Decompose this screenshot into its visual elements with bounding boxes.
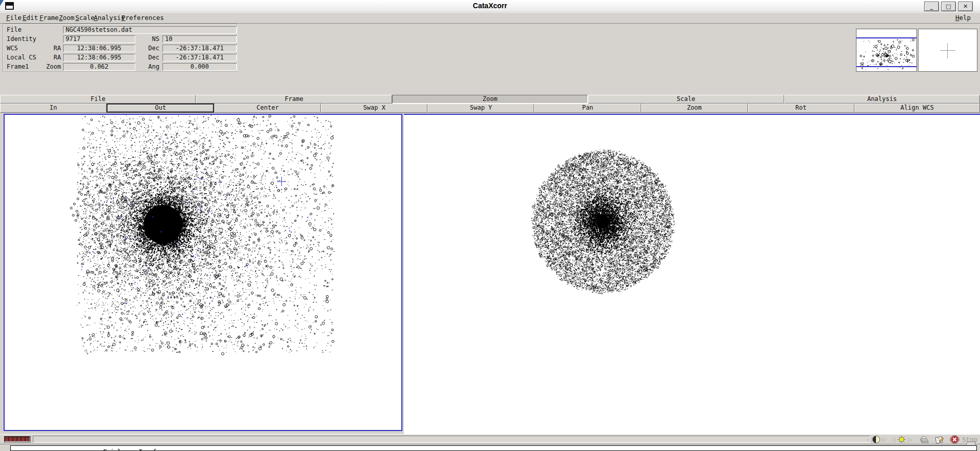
localcs-ra-field[interactable]: 12:38:06.995 <box>63 54 135 61</box>
info-row-wcs: WCS RA 12:38:06.995 Dec -26:37:18.471 <box>4 45 236 53</box>
brightness-icon[interactable] <box>897 435 906 444</box>
left-starfield-canvas <box>5 115 401 430</box>
tab-analysis[interactable]: Analysis <box>784 95 980 104</box>
button-center[interactable]: Center <box>214 104 321 113</box>
menu-scale[interactable]: Scale <box>75 14 95 22</box>
brightness-prev-icon[interactable]: ◁ <box>891 436 895 443</box>
progress-fill <box>5 437 30 441</box>
contrast-prev-icon[interactable]: ◁ <box>867 436 871 443</box>
maximize-button[interactable]: □ <box>941 2 956 11</box>
bottom-partial-window: File Info <box>10 445 977 451</box>
printer-icon[interactable] <box>918 436 929 444</box>
minimize-icon: _ <box>930 4 933 9</box>
identity-field[interactable]: 9717 <box>63 35 135 43</box>
window-title: CataXcorr <box>0 2 980 10</box>
info-row-identity: Identity 9717 NS 10 <box>4 35 236 44</box>
menu-help[interactable]: Help <box>955 14 971 22</box>
tab-frame[interactable]: Frame <box>196 95 392 104</box>
menu-edit[interactable]: Edit <box>23 14 38 22</box>
frame1-ang-label: Ang <box>140 63 159 71</box>
info-row-file: File NGC4590stetson.dat <box>4 26 236 34</box>
catalog-view-left[interactable] <box>4 114 402 431</box>
button-swap-y[interactable]: Swap Y <box>427 104 534 113</box>
ns-label: NS <box>140 35 159 43</box>
crosshair-icon <box>947 43 948 58</box>
status-message-field <box>33 436 870 443</box>
zoom-toolbar: In Out Center Swap X Swap Y Pan Zoom Rot… <box>0 104 980 113</box>
brightness-next-icon[interactable]: ▷ <box>908 436 912 443</box>
viewport-indicator-bottom <box>856 66 916 67</box>
tab-zoom[interactable]: Zoom <box>392 95 588 104</box>
info-row-frame1: Frame1 Zoom 0.062 Ang 0.000 <box>4 63 236 71</box>
overview-starfield-canvas <box>856 29 916 71</box>
menu-bar: File Edit Frame Zoom Scale Analysis Pref… <box>0 12 980 24</box>
menu-zoom[interactable]: Zoom <box>59 14 74 22</box>
wcs-dec-field[interactable]: -26:37:18.471 <box>162 45 237 52</box>
menu-analysis[interactable]: Analysis <box>94 14 125 22</box>
menu-preferences[interactable]: Preferences <box>121 14 164 22</box>
right-starfield-canvas <box>404 115 980 434</box>
tab-scale[interactable]: Scale <box>588 95 784 104</box>
title-bar: CataXcorr _ □ ✕ <box>0 0 980 12</box>
menu-frame[interactable]: Frame <box>39 14 59 22</box>
identity-label: Identity <box>7 35 36 43</box>
stop-icon[interactable] <box>950 435 959 444</box>
button-zoom[interactable]: Zoom <box>641 104 748 113</box>
window-controls: _ □ ✕ <box>924 2 973 11</box>
file-label: File <box>7 26 22 34</box>
bottom-partial-text: File Info <box>103 448 167 451</box>
empty-thumbnail[interactable] <box>918 29 977 72</box>
button-pan[interactable]: Pan <box>534 104 641 113</box>
viewport-indicator-top <box>856 37 916 38</box>
progress-bar <box>4 436 31 442</box>
button-in[interactable]: In <box>0 104 107 113</box>
mode-tab-row: File Frame Zoom Scale Analysis <box>0 95 980 104</box>
button-rot[interactable]: Rot <box>748 104 854 113</box>
close-button[interactable]: ✕ <box>958 2 973 11</box>
frame1-zoom-label: Zoom <box>32 63 61 71</box>
catalog-view-right[interactable] <box>404 114 980 434</box>
crosshair-icon <box>940 50 955 51</box>
contrast-icon[interactable] <box>872 436 880 443</box>
frame1-label: Frame1 <box>7 63 29 71</box>
info-row-localcs: Local CS RA 12:38:06.995 Dec -26:37:18.4… <box>4 54 236 62</box>
ns-field[interactable]: 10 <box>162 35 237 43</box>
info-panel: File NGC4590stetson.dat Identity 9717 NS… <box>3 24 237 73</box>
button-out[interactable]: Out <box>107 104 214 113</box>
pane-sash <box>0 444 980 444</box>
button-swap-x[interactable]: Swap X <box>321 104 427 113</box>
localcs-dec-label: Dec <box>140 54 159 61</box>
frame1-zoom-field[interactable]: 0.062 <box>63 63 135 71</box>
status-bar: ◁ ▷ ◁ ▷ <box>0 434 980 444</box>
menu-file[interactable]: File <box>6 14 22 22</box>
wcs-label: WCS <box>7 45 18 52</box>
notes-icon[interactable] <box>934 436 944 444</box>
localcs-dec-field[interactable]: -26:37:18.471 <box>162 54 237 61</box>
wcs-ra-label: RA <box>32 45 61 52</box>
status-icon-group: ◁ ▷ ◁ ▷ <box>867 435 977 444</box>
tab-file[interactable]: File <box>0 95 196 104</box>
localcs-ra-label: RA <box>32 54 61 61</box>
wcs-ra-field[interactable]: 12:38:06.995 <box>63 45 135 52</box>
wcs-dec-label: Dec <box>140 45 159 52</box>
frame1-ang-field[interactable]: 0.000 <box>162 63 237 71</box>
button-align-wcs[interactable]: Align WCS <box>854 104 980 113</box>
contrast-next-icon[interactable]: ▷ <box>882 436 886 443</box>
maximize-icon: □ <box>946 4 951 9</box>
minimize-button[interactable]: _ <box>924 2 939 11</box>
overview-thumbnail[interactable] <box>856 29 917 72</box>
close-icon: ✕ <box>963 4 968 9</box>
file-field[interactable]: NGC4590stetson.dat <box>63 26 237 34</box>
